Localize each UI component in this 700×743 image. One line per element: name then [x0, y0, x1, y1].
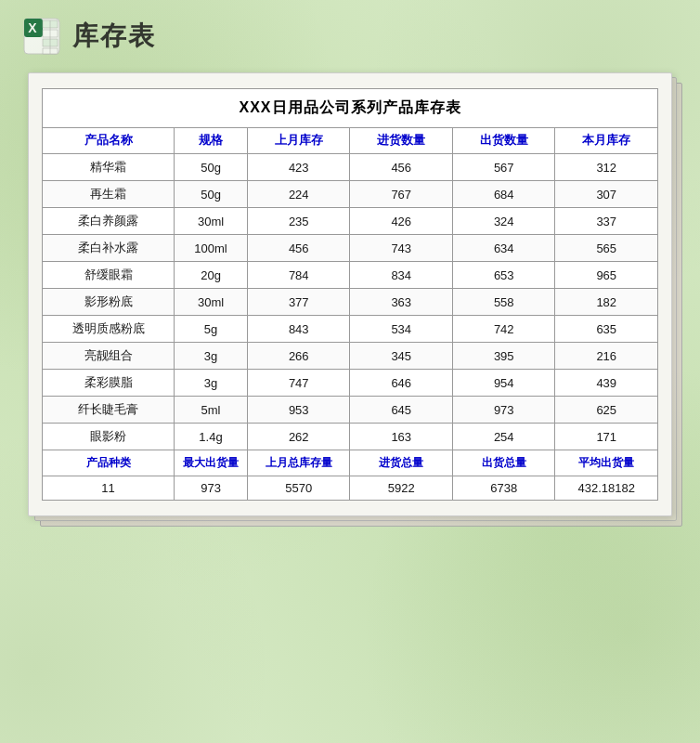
table-cell: 262	[247, 424, 350, 450]
col-header-out-qty: 出货数量	[452, 128, 555, 154]
table-cell: 柔彩膜脂	[43, 370, 175, 397]
table-cell: 20g	[175, 262, 248, 289]
table-cell: 216	[555, 343, 658, 370]
summary-header-cell: 上月总库存量	[247, 450, 350, 476]
table-row: 再生霜50g224767684307	[43, 181, 658, 208]
table-cell: 1.4g	[175, 424, 248, 450]
table-row: 柔彩膜脂3g747646954439	[43, 370, 658, 397]
summary-data-cell: 6738	[452, 476, 555, 501]
svg-text:X: X	[28, 20, 37, 35]
table-cell: 柔白养颜露	[43, 208, 175, 235]
summary-data-cell: 5922	[350, 476, 453, 501]
table-cell: 635	[555, 316, 658, 343]
table-title-row: XXX日用品公司系列产品库存表	[43, 89, 658, 128]
table-cell: 567	[452, 154, 555, 181]
table-cell: 182	[555, 289, 658, 316]
table-cell: 171	[555, 424, 658, 450]
col-header-last-stock: 上月库存	[247, 128, 350, 154]
table-cell: 625	[555, 397, 658, 424]
table-cell: 精华霜	[43, 154, 175, 181]
table-cell: 50g	[175, 181, 248, 208]
table-cell: 30ml	[175, 289, 248, 316]
table-row: 透明质感粉底5g843534742635	[43, 316, 658, 343]
table-cell: 767	[350, 181, 453, 208]
table-cell: 3g	[175, 343, 248, 370]
inventory-table: XXX日用品公司系列产品库存表 产品名称 规格 上月库存 进货数量 出货数量 本…	[42, 88, 658, 501]
summary-data-cell: 5570	[247, 476, 350, 501]
table-cell: 307	[555, 181, 658, 208]
summary-header-cell: 产品种类	[43, 450, 175, 476]
table-row: 柔白补水露100ml456743634565	[43, 235, 658, 262]
table-cell: 纤长睫毛膏	[43, 397, 175, 424]
col-header-in-qty: 进货数量	[350, 128, 453, 154]
table-title: XXX日用品公司系列产品库存表	[43, 89, 658, 128]
table-cell: 100ml	[175, 235, 248, 262]
table-cell: 426	[350, 208, 453, 235]
table-cell: 254	[452, 424, 555, 450]
table-cell: 843	[247, 316, 350, 343]
table-cell: 954	[452, 370, 555, 397]
table-cell: 645	[350, 397, 453, 424]
table-cell: 439	[555, 370, 658, 397]
table-cell: 舒缓眼霜	[43, 262, 175, 289]
table-cell: 312	[555, 154, 658, 181]
table-cell: 30ml	[175, 208, 248, 235]
table-cell: 235	[247, 208, 350, 235]
table-cell: 5ml	[175, 397, 248, 424]
table-cell: 透明质感粉底	[43, 316, 175, 343]
summary-data-cell: 432.18182	[555, 476, 658, 501]
table-cell: 565	[555, 235, 658, 262]
table-row: 精华霜50g423456567312	[43, 154, 658, 181]
table-cell: 965	[555, 262, 658, 289]
table-row: 亮靓组合3g266345395216	[43, 343, 658, 370]
table-cell: 558	[452, 289, 555, 316]
table-cell: 834	[350, 262, 453, 289]
summary-header-cell: 平均出货量	[555, 450, 658, 476]
table-cell: 456	[350, 154, 453, 181]
summary-header-cell: 最大出货量	[175, 450, 248, 476]
table-cell: 684	[452, 181, 555, 208]
page-header: X 库存表	[0, 0, 700, 65]
summary-data-cell: 973	[175, 476, 248, 501]
table-cell: 395	[452, 343, 555, 370]
table-cell: 亮靓组合	[43, 343, 175, 370]
table-cell: 345	[350, 343, 453, 370]
table-row: 柔白养颜露30ml235426324337	[43, 208, 658, 235]
col-header-spec: 规格	[175, 128, 248, 154]
table-cell: 747	[247, 370, 350, 397]
table-cell: 653	[452, 262, 555, 289]
table-cell: 266	[247, 343, 350, 370]
summary-header-cell: 出货总量	[452, 450, 555, 476]
table-cell: 柔白补水露	[43, 235, 175, 262]
summary-data-row: 11973557059226738432.18182	[43, 476, 658, 501]
table-cell: 634	[452, 235, 555, 262]
summary-header-row: 产品种类最大出货量上月总库存量进货总量出货总量平均出货量	[43, 450, 658, 476]
table-cell: 324	[452, 208, 555, 235]
table-cell: 534	[350, 316, 453, 343]
table-cell: 163	[350, 424, 453, 450]
table-row: 纤长睫毛膏5ml953645973625	[43, 397, 658, 424]
table-cell: 742	[452, 316, 555, 343]
summary-data-cell: 11	[43, 476, 175, 501]
col-header-name: 产品名称	[43, 128, 175, 154]
table-cell: 5g	[175, 316, 248, 343]
table-cell: 3g	[175, 370, 248, 397]
spreadsheet-container: XXX日用品公司系列产品库存表 产品名称 规格 上月库存 进货数量 出货数量 本…	[28, 72, 672, 516]
table-header-row: 产品名称 规格 上月库存 进货数量 出货数量 本月库存	[43, 128, 658, 154]
table-cell: 337	[555, 208, 658, 235]
table-cell: 363	[350, 289, 453, 316]
table-cell: 眼影粉	[43, 424, 175, 450]
table-cell: 973	[452, 397, 555, 424]
col-header-cur-stock: 本月库存	[555, 128, 658, 154]
table-cell: 再生霜	[43, 181, 175, 208]
table-cell: 影形粉底	[43, 289, 175, 316]
page-title: 库存表	[72, 19, 156, 54]
table-cell: 224	[247, 181, 350, 208]
table-row: 眼影粉1.4g262163254171	[43, 424, 658, 450]
table-cell: 456	[247, 235, 350, 262]
table-cell: 646	[350, 370, 453, 397]
table-cell: 743	[350, 235, 453, 262]
table-cell: 377	[247, 289, 350, 316]
table-cell: 423	[247, 154, 350, 181]
excel-icon: X	[22, 17, 61, 56]
